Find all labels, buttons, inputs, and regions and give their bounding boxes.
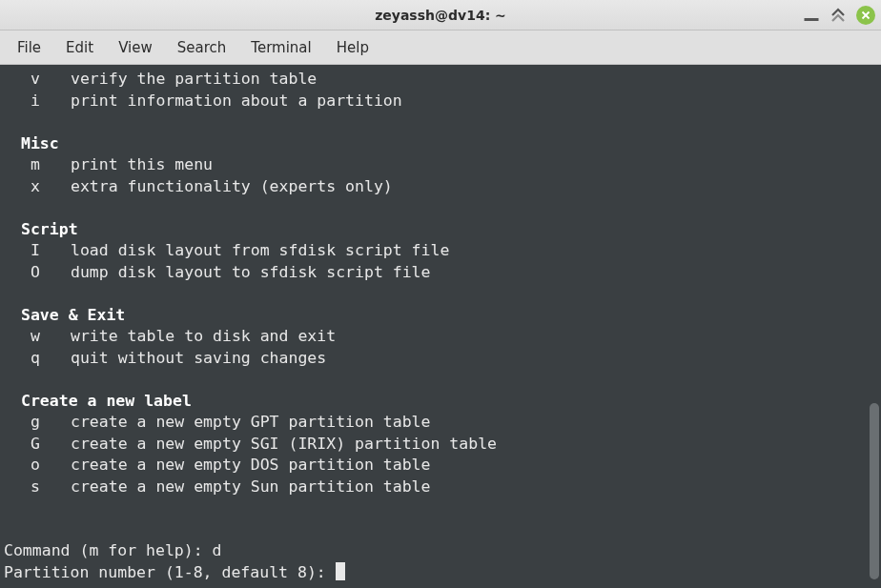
cmd-key: x [4, 176, 71, 198]
section-heading-script: Script [4, 219, 877, 241]
menubar: File Edit View Search Terminal Help [0, 30, 881, 65]
scrollbar-thumb[interactable] [870, 403, 879, 579]
maximize-button[interactable] [830, 7, 847, 24]
close-button[interactable] [856, 6, 875, 25]
cursor-icon [336, 562, 345, 580]
minimize-button[interactable] [803, 7, 820, 24]
menu-file[interactable]: File [8, 35, 51, 60]
titlebar: zeyassh@dv14: ~ [0, 0, 881, 30]
cmd-key: w [4, 326, 71, 348]
cmd-desc: create a new empty GPT partition table [71, 413, 431, 431]
cmd-desc: verify the partition table [71, 70, 317, 88]
section-heading-save-exit: Save & Exit [4, 305, 877, 327]
cmd-key: G [4, 434, 71, 456]
cmd-desc: dump disk layout to sfdisk script file [71, 263, 431, 281]
minimize-icon [803, 7, 820, 24]
cmd-key: I [4, 240, 71, 262]
menu-terminal[interactable]: Terminal [241, 35, 320, 60]
maximize-icon [830, 7, 847, 24]
cmd-desc: create a new empty Sun partition table [71, 477, 431, 496]
cmd-key: m [4, 154, 71, 176]
terminal-content: vverify the partition tableiprint inform… [4, 69, 877, 583]
cmd-desc: quit without saving changes [71, 349, 326, 367]
cmd-desc: print this menu [71, 155, 213, 173]
window-title: zeyassh@dv14: ~ [375, 8, 506, 23]
titlebar-controls [803, 6, 875, 25]
cmd-key: q [4, 348, 71, 370]
menu-edit[interactable]: Edit [56, 35, 103, 60]
menu-search[interactable]: Search [168, 35, 236, 60]
menu-help[interactable]: Help [327, 35, 379, 60]
cmd-desc: write table to disk and exit [71, 327, 336, 345]
prompt-partition-label: Partition number (1-8, default 8): [4, 563, 336, 581]
cmd-key: v [4, 69, 71, 91]
cmd-key: O [4, 262, 71, 284]
cmd-desc: create a new empty SGI (IRIX) partition … [71, 435, 497, 453]
cmd-key: i [4, 91, 71, 112]
menu-view[interactable]: View [109, 35, 162, 60]
section-heading-misc: Misc [4, 133, 877, 155]
section-heading-create-label: Create a new label [4, 391, 877, 413]
cmd-desc: extra functionality (experts only) [71, 177, 393, 195]
terminal-output[interactable]: vverify the partition tableiprint inform… [0, 65, 881, 588]
prompt-command-input: d [213, 541, 222, 559]
cmd-key: g [4, 412, 71, 434]
cmd-desc: create a new empty DOS partition table [71, 456, 431, 474]
prompt-command-label: Command (m for help): [4, 541, 213, 559]
cmd-desc: print information about a partition [71, 91, 402, 110]
cmd-desc: load disk layout from sfdisk script file [71, 241, 449, 259]
cmd-key: o [4, 455, 71, 476]
cmd-key: s [4, 476, 71, 498]
close-icon [861, 10, 871, 20]
